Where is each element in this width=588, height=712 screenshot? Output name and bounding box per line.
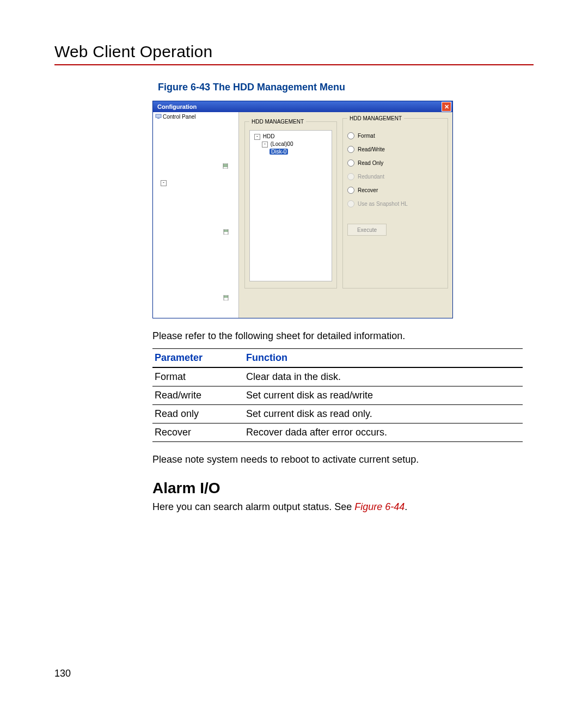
hdd-action-legend: HDD MANAGEMENT	[347, 115, 404, 121]
table-cell: Set current disk as read/write	[244, 386, 523, 405]
collapse-icon[interactable]: -	[254, 134, 260, 140]
page-number: 130	[54, 668, 71, 679]
radio-input-recover[interactable]	[347, 187, 354, 194]
radio-input-redundant	[347, 173, 354, 180]
radio-input-readonly[interactable]	[347, 159, 354, 167]
page-title: Web Client Operation	[54, 42, 534, 61]
title-rule	[54, 64, 534, 65]
close-icon[interactable]: ✕	[442, 102, 451, 112]
alarm-description: Here you can search alarm output status.…	[152, 501, 534, 513]
table-cell: Read/write	[152, 386, 244, 405]
radio-input-snapshot	[347, 200, 354, 207]
th-function: Function	[244, 349, 523, 368]
radio-format[interactable]: Format	[347, 132, 443, 139]
disk-node-local[interactable]: - (Local)00	[252, 140, 329, 148]
hdd-disk-tree[interactable]: - HDD - (Local)00 Disk-0	[249, 130, 332, 281]
table-cell: Read only	[152, 405, 244, 423]
section-alarm-io: Alarm I/O	[152, 480, 534, 497]
tree-root[interactable]: Control Panel	[155, 113, 238, 121]
tree-query-system-info[interactable]: -Query System Info	[155, 121, 238, 187]
table-cell: Recover dada after error occurs.	[244, 423, 523, 442]
hdd-tree-legend: HDD MANAGEMENT	[249, 119, 306, 125]
table-cell: Set current disk as read only.	[244, 405, 523, 423]
radio-readwrite[interactable]: Read/Write	[347, 146, 443, 153]
radio-input-readwrite[interactable]	[347, 146, 354, 153]
reboot-note: Please note system needs to reboot to ac…	[152, 454, 534, 465]
disk-node-disk0[interactable]: Disk-0	[252, 148, 329, 156]
nav-tree[interactable]: Control Panel -Query System Info VERSION…	[153, 113, 238, 318]
th-parameter: Parameter	[152, 349, 244, 368]
execute-button[interactable]: Execute	[347, 224, 387, 236]
window-titlebar: Configuration ✕	[153, 101, 452, 112]
table-cell: Recover	[152, 423, 244, 442]
settings-pane: HDD MANAGEMENT - HDD - (Local)00 Disk-0 …	[239, 112, 452, 318]
page-icon	[168, 121, 239, 185]
radio-redundant: Redundant	[347, 173, 443, 180]
hdd-action-group: HDD MANAGEMENT Format Read/Write Read On…	[342, 115, 448, 289]
collapse-icon[interactable]: -	[161, 180, 167, 186]
table-cell: Clear data in the disk.	[244, 367, 523, 386]
nav-tree-pane: Control Panel -Query System Info VERSION…	[153, 112, 239, 318]
radio-input-format[interactable]	[347, 132, 354, 139]
window-title: Configuration	[157, 101, 197, 112]
configuration-window: Configuration ✕ Control Panel -Query Sys…	[152, 101, 453, 318]
tree-version[interactable]: VERSION	[155, 187, 238, 253]
figure-caption: Figure 6-43 The HDD Management Menu	[158, 82, 534, 93]
radio-snapshot: Use as Snapshot HL	[347, 200, 443, 207]
radio-recover[interactable]: Recover	[347, 187, 443, 194]
parameter-table: Parameter Function Format Clear data in …	[152, 348, 523, 442]
svg-rect-1	[157, 118, 160, 119]
svg-rect-0	[156, 114, 161, 118]
intro-sheet-note: Please refer to the following sheet for …	[152, 330, 534, 342]
computer-icon	[155, 114, 162, 119]
tree-hdd-info[interactable]: HDD INFO	[155, 253, 238, 318]
hdd-tree-group: HDD MANAGEMENT - HDD - (Local)00 Disk-0	[244, 119, 337, 289]
page-icon	[168, 253, 239, 317]
radio-readonly[interactable]: Read Only	[347, 159, 443, 167]
table-cell: Format	[152, 367, 244, 386]
disk-node-hdd[interactable]: - HDD	[252, 133, 329, 140]
figure-reference: Figure 6-44	[354, 501, 405, 512]
collapse-icon[interactable]: -	[262, 142, 268, 148]
page-icon	[168, 187, 239, 251]
